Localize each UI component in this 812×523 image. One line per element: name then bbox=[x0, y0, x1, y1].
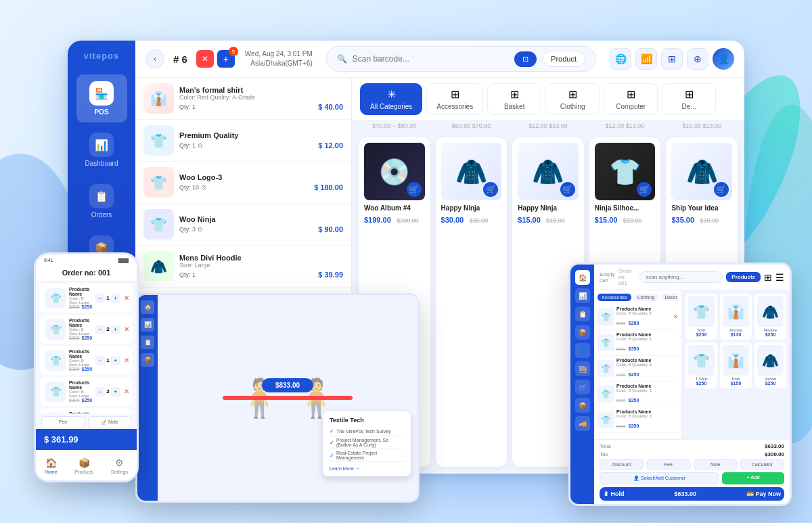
desktop2-products-btn[interactable]: Products bbox=[726, 272, 761, 282]
desktop2-clothing-tab[interactable]: Clothing bbox=[633, 294, 659, 301]
desktop2-decor-tab[interactable]: Decor bbox=[660, 294, 678, 301]
qty-plus-btn[interactable]: + bbox=[111, 387, 120, 396]
add-to-cart-btn[interactable]: 🛒 bbox=[714, 182, 729, 197]
pos-label: POS bbox=[94, 108, 108, 116]
category-tab-all[interactable]: ✳ All Categories bbox=[360, 83, 422, 115]
desktop2-store-icon[interactable]: 🏬 bbox=[575, 361, 590, 376]
desktop2-shipment-icon[interactable]: 🚚 bbox=[575, 416, 590, 431]
delete-item-btn[interactable]: ✕ bbox=[124, 388, 129, 395]
fee-btn[interactable]: Fee bbox=[41, 416, 85, 428]
tablet-dashboard-icon[interactable]: 📊 bbox=[141, 318, 154, 332]
product-old-price: $18.00 bbox=[546, 217, 565, 224]
scan-button[interactable]: ⊡ bbox=[514, 51, 537, 67]
category-tab-basket[interactable]: ⊞ Basket bbox=[487, 83, 541, 115]
qty-plus-btn[interactable]: + bbox=[111, 325, 120, 334]
timezone-text: Asia/Dhaka(GMT+6) bbox=[245, 59, 313, 68]
globe-icon-btn[interactable]: 🌐 bbox=[610, 48, 631, 70]
desktop2-product-card[interactable]: 👕 T-Shirt $250 bbox=[685, 342, 717, 388]
phone-nav-products[interactable]: 📦 Products bbox=[74, 457, 93, 474]
desktop2-orders-icon[interactable]: 📋 bbox=[575, 306, 590, 321]
sidebar-item-pos[interactable]: 🏪 POS bbox=[76, 74, 127, 122]
sidebar-item-orders[interactable]: 📋 Orders bbox=[76, 177, 127, 225]
desktop2-customer-icon[interactable]: 👤 bbox=[575, 343, 590, 358]
tablet-products-icon[interactable]: 📦 bbox=[141, 353, 154, 367]
pay-now-btn[interactable]: ⏸ Hold $633.00 💳 Pay Now bbox=[600, 487, 784, 501]
desktop2-dashboard-icon[interactable]: 📊 bbox=[575, 288, 590, 303]
category-tab-computer[interactable]: ⊞ Computer bbox=[604, 83, 658, 115]
fee-action-btn[interactable]: Fee bbox=[646, 459, 690, 470]
desktop2-home-icon[interactable]: 🏠 bbox=[575, 270, 590, 285]
desktop2-grid-icon[interactable]: ⊞ bbox=[764, 272, 772, 283]
phone-item-old-price: $300 bbox=[69, 398, 80, 403]
note-action-btn[interactable]: Note bbox=[694, 459, 738, 470]
phone-item-info: Products Name Color: B Size: Large $300 … bbox=[69, 349, 92, 371]
desktop2-product-card[interactable]: 🧥 Hoodie $250 bbox=[754, 294, 786, 340]
qty-minus-btn[interactable]: − bbox=[95, 356, 105, 365]
sidebar-item-dashboard[interactable]: 📊 Dashboard bbox=[76, 126, 127, 174]
qty-minus-btn[interactable]: − bbox=[95, 294, 105, 303]
desktop2-item-price: $250 bbox=[629, 424, 639, 428]
cart-item-name: Mens Divi Hoodie bbox=[179, 254, 343, 262]
desktop2-delete-btn[interactable]: ✕ bbox=[673, 314, 678, 320]
desktop2-product-card[interactable]: 👔 Polo $150 bbox=[720, 342, 752, 388]
desktop2-product-card[interactable]: 👕 Shirt $250 bbox=[685, 294, 717, 340]
phone-nav-settings[interactable]: ⚙ Settings bbox=[111, 457, 128, 474]
add-customer-btn[interactable]: + Add bbox=[722, 472, 784, 484]
add-to-cart-btn[interactable]: 🛒 bbox=[560, 182, 575, 197]
desktop2-products-icon[interactable]: 📦 bbox=[575, 325, 590, 340]
cart-item-image: 👔 bbox=[143, 83, 174, 114]
delete-item-btn[interactable]: ✕ bbox=[124, 357, 129, 364]
phone-cart-item: 👕 Products Name Color: B Size: Large $30… bbox=[40, 346, 133, 375]
phone-item-price: $250 bbox=[82, 304, 93, 309]
qty-plus-btn[interactable]: + bbox=[111, 356, 120, 365]
desktop2-accessories-tab[interactable]: Accessories bbox=[597, 294, 631, 301]
tablet-home-icon[interactable]: 🏠 bbox=[141, 300, 154, 314]
select-customer-btn[interactable]: 👤 Select/Add Customer bbox=[600, 472, 719, 484]
delete-item-btn[interactable]: ✕ bbox=[124, 294, 129, 302]
cart-item-qty-row: Qty: 3 ⊙ $ 90.00 bbox=[179, 225, 343, 233]
qty-value: 2 bbox=[106, 326, 109, 332]
product-card[interactable]: 🧥 🛒 Happy Ninja $30.00 $35.00 bbox=[436, 137, 508, 467]
wifi-icon-btn[interactable]: 📶 bbox=[635, 48, 657, 70]
note-btn[interactable]: 📝 Note bbox=[88, 416, 131, 428]
desktop2-product-img: 👔 bbox=[723, 345, 749, 376]
product-image: 🧥 🛒 bbox=[671, 143, 732, 200]
discount-btn[interactable]: Discount bbox=[600, 459, 644, 470]
calculator-btn[interactable]: Calculator bbox=[740, 459, 784, 470]
desktop2-order-label: Order no: 001 bbox=[618, 268, 633, 286]
desktop2-list-icon[interactable]: ☰ bbox=[775, 272, 784, 283]
desktop2-cart-item: 👕 Products Name Color: B Quantity: 1 $40… bbox=[597, 330, 678, 356]
product-filter-btn[interactable]: Product bbox=[542, 51, 585, 67]
close-order-btn[interactable]: ✕ bbox=[196, 50, 214, 68]
desktop2-purchase-icon[interactable]: 🛒 bbox=[575, 380, 590, 394]
delete-item-btn[interactable]: ✕ bbox=[124, 325, 129, 333]
product-old-price: $35.00 bbox=[470, 217, 489, 224]
phone-item-old-price: $300 bbox=[69, 367, 80, 371]
add-to-cart-btn[interactable]: 🛒 bbox=[483, 182, 498, 197]
user-avatar[interactable]: 👤 bbox=[713, 48, 734, 70]
qty-minus-btn[interactable]: − bbox=[95, 387, 105, 396]
qty-minus-btn[interactable]: − bbox=[95, 325, 105, 334]
desktop2-product-card[interactable]: 🧥 Jacket $250 bbox=[754, 342, 786, 388]
tablet-popup-link[interactable]: Learn More → bbox=[330, 466, 404, 471]
pay-label-text: Pay Now bbox=[755, 491, 781, 497]
category-tab-accessories[interactable]: ⊞ Accessories bbox=[426, 83, 483, 115]
phone-item-price: $250 bbox=[82, 398, 93, 403]
computer-label: Computer bbox=[616, 103, 646, 110]
add-to-cart-btn[interactable]: 🛒 bbox=[637, 182, 652, 197]
tablet-orders-icon[interactable]: 📋 bbox=[141, 336, 154, 349]
add-to-cart-btn[interactable]: 🛒 bbox=[407, 182, 422, 197]
desktop2-search-input[interactable] bbox=[639, 271, 723, 283]
cart-item-name: Man's formal shirt bbox=[179, 86, 343, 94]
settings-icon-btn[interactable]: ⊕ bbox=[687, 48, 708, 70]
desktop2-product-card[interactable]: 👔 Formal $130 bbox=[720, 294, 752, 340]
barcode-search-input[interactable] bbox=[353, 54, 509, 64]
desktop2-supplier-icon[interactable]: 📦 bbox=[575, 398, 590, 413]
new-order-btn[interactable]: + 5 bbox=[217, 50, 235, 68]
grid-icon-btn[interactable]: ⊞ bbox=[661, 48, 683, 70]
category-tab-other[interactable]: ⊞ De... bbox=[662, 83, 716, 115]
prev-order-btn[interactable]: ‹ bbox=[145, 49, 164, 68]
phone-nav-home[interactable]: 🏠 Home bbox=[45, 457, 58, 474]
qty-plus-btn[interactable]: + bbox=[111, 294, 120, 303]
category-tab-clothing[interactable]: ⊞ Clothing bbox=[545, 83, 600, 115]
